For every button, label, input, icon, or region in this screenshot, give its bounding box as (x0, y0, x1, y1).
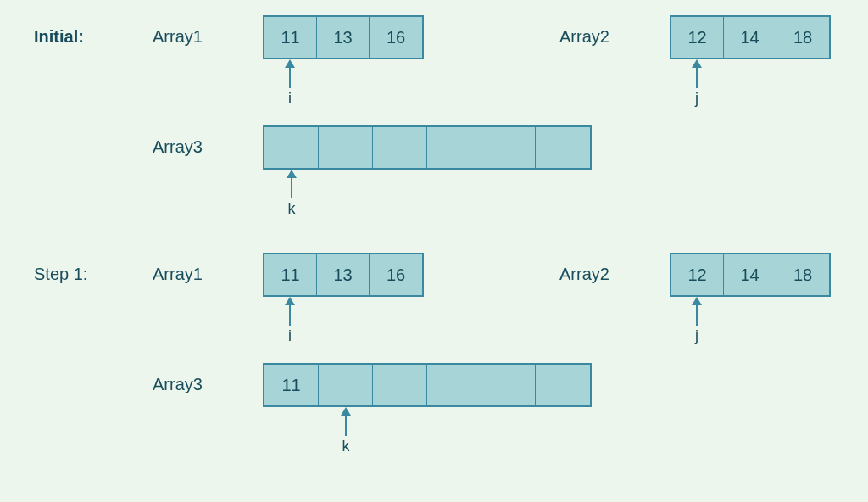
svg-marker-9 (692, 297, 702, 305)
array3-cell (427, 127, 481, 168)
pointer-label: k (288, 200, 296, 218)
svg-marker-11 (341, 407, 351, 416)
array3-cell (536, 365, 590, 405)
pointer-label: j (695, 90, 698, 108)
pointer-k-initial: k (281, 170, 302, 218)
array3-box-step1: 11 (263, 363, 592, 407)
array3-label-initial: Array3 (153, 137, 203, 157)
arrow-up-icon (690, 297, 704, 326)
pointer-label: i (288, 327, 292, 345)
array2-box-initial: 12 14 18 (670, 15, 831, 59)
svg-marker-3 (692, 59, 702, 68)
svg-marker-7 (285, 297, 295, 305)
arrow-up-icon (285, 170, 298, 198)
array3-label-step1: Array3 (153, 375, 203, 394)
svg-marker-1 (285, 59, 295, 68)
array2-cell: 12 (671, 17, 724, 58)
array3-cell (373, 127, 427, 168)
pointer-i-step1: i (280, 297, 300, 345)
pointer-label: k (342, 438, 350, 455)
array2-label-step1: Array2 (559, 265, 609, 284)
step-label-1: Step 1: (34, 265, 87, 284)
array2-cell: 18 (776, 17, 829, 58)
array1-label-initial: Array1 (153, 27, 203, 47)
array2-label-initial: Array2 (559, 27, 609, 47)
array2-cell: 12 (671, 254, 724, 295)
array1-cell: 13 (317, 17, 370, 58)
array1-cell: 13 (317, 254, 370, 295)
array3-cell (264, 127, 319, 168)
pointer-k-step1: k (336, 407, 356, 455)
array1-cell: 11 (264, 254, 317, 295)
step-label-initial: Initial: (34, 27, 84, 47)
arrow-up-icon (283, 59, 297, 88)
array3-cell (481, 127, 536, 168)
array1-cell: 16 (370, 17, 422, 58)
array1-cell: 11 (264, 17, 317, 58)
arrow-up-icon (339, 407, 353, 436)
arrow-up-icon (690, 59, 704, 88)
array3-cell (319, 365, 373, 405)
array1-label-step1: Array1 (153, 265, 203, 284)
arrow-up-icon (283, 297, 297, 326)
array3-cell: 11 (264, 365, 319, 405)
array3-box-initial (263, 126, 592, 170)
array2-cell: 18 (776, 254, 829, 295)
array2-box-step1: 12 14 18 (670, 253, 831, 297)
pointer-j-initial: j (687, 59, 707, 108)
pointer-label: i (288, 90, 292, 108)
array3-cell (481, 365, 536, 405)
array2-cell: 14 (724, 17, 776, 58)
array1-cell: 16 (370, 254, 422, 295)
array1-box-initial: 11 13 16 (263, 15, 424, 59)
array3-cell (427, 365, 481, 405)
array1-box-step1: 11 13 16 (263, 253, 424, 297)
pointer-j-step1: j (687, 297, 707, 345)
pointer-i-initial: i (280, 59, 300, 108)
svg-marker-5 (287, 170, 297, 178)
array3-cell (319, 127, 373, 168)
array3-cell (536, 127, 590, 168)
pointer-label: j (695, 327, 698, 345)
array2-cell: 14 (724, 254, 776, 295)
array3-cell (373, 365, 427, 405)
